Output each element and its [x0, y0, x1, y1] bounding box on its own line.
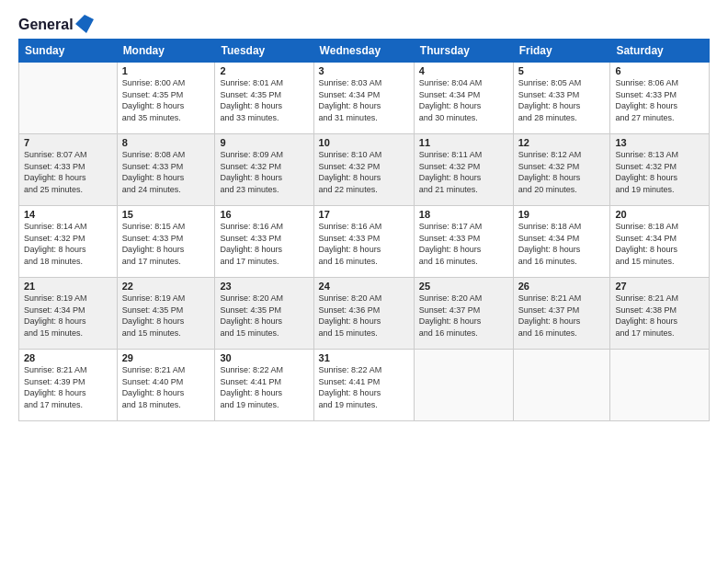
logo: General [18, 17, 94, 29]
day-number: 15 [122, 209, 210, 220]
calendar-day-cell: 4Sunrise: 8:04 AM Sunset: 4:34 PM Daylig… [414, 63, 513, 134]
day-number: 17 [319, 209, 409, 220]
day-info: Sunrise: 8:06 AM Sunset: 4:33 PM Dayligh… [615, 77, 704, 123]
day-number: 6 [615, 65, 704, 76]
day-info: Sunrise: 8:13 AM Sunset: 4:32 PM Dayligh… [615, 149, 704, 195]
header: General [18, 17, 710, 29]
calendar-day-cell: 7Sunrise: 8:07 AM Sunset: 4:33 PM Daylig… [19, 134, 118, 206]
calendar-day-cell: 16Sunrise: 8:16 AM Sunset: 4:33 PM Dayli… [215, 206, 313, 278]
day-info: Sunrise: 8:05 AM Sunset: 4:33 PM Dayligh… [518, 77, 606, 123]
day-info: Sunrise: 8:20 AM Sunset: 4:36 PM Dayligh… [319, 293, 409, 339]
calendar-week-row: 7Sunrise: 8:07 AM Sunset: 4:33 PM Daylig… [19, 134, 710, 206]
day-number: 20 [615, 209, 704, 220]
calendar-day-cell: 13Sunrise: 8:13 AM Sunset: 4:32 PM Dayli… [610, 134, 710, 206]
calendar-day-cell: 2Sunrise: 8:01 AM Sunset: 4:35 PM Daylig… [215, 63, 313, 134]
calendar-day-cell: 15Sunrise: 8:15 AM Sunset: 4:33 PM Dayli… [117, 206, 215, 278]
calendar-week-row: 28Sunrise: 8:21 AM Sunset: 4:39 PM Dayli… [19, 350, 710, 421]
calendar-day-cell [513, 350, 610, 421]
calendar-day-cell: 21Sunrise: 8:19 AM Sunset: 4:34 PM Dayli… [19, 278, 118, 350]
day-number: 3 [319, 65, 409, 76]
calendar-day-cell: 22Sunrise: 8:19 AM Sunset: 4:35 PM Dayli… [117, 278, 215, 350]
day-info: Sunrise: 8:22 AM Sunset: 4:41 PM Dayligh… [220, 364, 308, 410]
calendar-header-sunday: Sunday [19, 40, 118, 63]
day-info: Sunrise: 8:01 AM Sunset: 4:35 PM Dayligh… [220, 77, 308, 123]
day-info: Sunrise: 8:03 AM Sunset: 4:34 PM Dayligh… [319, 77, 409, 123]
day-number: 21 [24, 281, 112, 292]
calendar-day-cell: 29Sunrise: 8:21 AM Sunset: 4:40 PM Dayli… [117, 350, 215, 421]
day-number: 28 [24, 352, 112, 363]
day-info: Sunrise: 8:19 AM Sunset: 4:35 PM Dayligh… [122, 293, 210, 339]
calendar-day-cell: 28Sunrise: 8:21 AM Sunset: 4:39 PM Dayli… [19, 350, 118, 421]
calendar-day-cell [610, 350, 710, 421]
day-number: 2 [220, 65, 308, 76]
page: General SundayMondayTuesdayWednesdayThur… [0, 0, 728, 563]
calendar-header-wednesday: Wednesday [313, 40, 414, 63]
day-number: 25 [419, 281, 508, 292]
calendar-day-cell [414, 350, 513, 421]
day-number: 24 [319, 281, 409, 292]
day-number: 10 [319, 137, 409, 148]
day-number: 26 [518, 281, 606, 292]
calendar-day-cell: 31Sunrise: 8:22 AM Sunset: 4:41 PM Dayli… [313, 350, 414, 421]
calendar-day-cell: 23Sunrise: 8:20 AM Sunset: 4:35 PM Dayli… [215, 278, 313, 350]
day-info: Sunrise: 8:21 AM Sunset: 4:39 PM Dayligh… [24, 364, 112, 410]
day-info: Sunrise: 8:17 AM Sunset: 4:33 PM Dayligh… [419, 221, 508, 267]
calendar-header-friday: Friday [513, 40, 610, 63]
day-number: 23 [220, 281, 308, 292]
day-number: 1 [122, 65, 210, 76]
day-number: 22 [122, 281, 210, 292]
day-info: Sunrise: 8:04 AM Sunset: 4:34 PM Dayligh… [419, 77, 508, 123]
day-info: Sunrise: 8:21 AM Sunset: 4:37 PM Dayligh… [518, 293, 606, 339]
day-info: Sunrise: 8:21 AM Sunset: 4:38 PM Dayligh… [615, 293, 704, 339]
calendar-day-cell: 19Sunrise: 8:18 AM Sunset: 4:34 PM Dayli… [513, 206, 610, 278]
day-number: 13 [615, 137, 704, 148]
day-number: 5 [518, 65, 606, 76]
day-number: 12 [518, 137, 606, 148]
day-number: 31 [319, 352, 409, 363]
day-info: Sunrise: 8:18 AM Sunset: 4:34 PM Dayligh… [615, 221, 704, 267]
calendar-day-cell: 9Sunrise: 8:09 AM Sunset: 4:32 PM Daylig… [215, 134, 313, 206]
day-number: 27 [615, 281, 704, 292]
calendar-day-cell: 24Sunrise: 8:20 AM Sunset: 4:36 PM Dayli… [313, 278, 414, 350]
day-info: Sunrise: 8:10 AM Sunset: 4:32 PM Dayligh… [319, 149, 409, 195]
calendar-week-row: 1Sunrise: 8:00 AM Sunset: 4:35 PM Daylig… [19, 63, 710, 134]
day-number: 30 [220, 352, 308, 363]
day-info: Sunrise: 8:20 AM Sunset: 4:37 PM Dayligh… [419, 293, 508, 339]
day-number: 4 [419, 65, 508, 76]
day-number: 14 [24, 209, 112, 220]
day-number: 16 [220, 209, 308, 220]
day-number: 9 [220, 137, 308, 148]
calendar-day-cell: 6Sunrise: 8:06 AM Sunset: 4:33 PM Daylig… [610, 63, 710, 134]
svg-marker-0 [75, 15, 94, 33]
calendar-day-cell: 11Sunrise: 8:11 AM Sunset: 4:32 PM Dayli… [414, 134, 513, 206]
day-info: Sunrise: 8:07 AM Sunset: 4:33 PM Dayligh… [24, 149, 112, 195]
day-number: 8 [122, 137, 210, 148]
day-info: Sunrise: 8:16 AM Sunset: 4:33 PM Dayligh… [319, 221, 409, 267]
calendar-day-cell: 30Sunrise: 8:22 AM Sunset: 4:41 PM Dayli… [215, 350, 313, 421]
day-number: 18 [419, 209, 508, 220]
calendar-week-row: 21Sunrise: 8:19 AM Sunset: 4:34 PM Dayli… [19, 278, 710, 350]
calendar-day-cell: 18Sunrise: 8:17 AM Sunset: 4:33 PM Dayli… [414, 206, 513, 278]
day-info: Sunrise: 8:20 AM Sunset: 4:35 PM Dayligh… [220, 293, 308, 339]
logo-text-general: General [18, 17, 74, 33]
calendar-week-row: 14Sunrise: 8:14 AM Sunset: 4:32 PM Dayli… [19, 206, 710, 278]
calendar-header-saturday: Saturday [610, 40, 710, 63]
day-info: Sunrise: 8:16 AM Sunset: 4:33 PM Dayligh… [220, 221, 308, 267]
calendar-day-cell: 12Sunrise: 8:12 AM Sunset: 4:32 PM Dayli… [513, 134, 610, 206]
calendar-day-cell: 3Sunrise: 8:03 AM Sunset: 4:34 PM Daylig… [313, 63, 414, 134]
calendar-header-tuesday: Tuesday [215, 40, 313, 63]
day-info: Sunrise: 8:12 AM Sunset: 4:32 PM Dayligh… [518, 149, 606, 195]
calendar-day-cell: 26Sunrise: 8:21 AM Sunset: 4:37 PM Dayli… [513, 278, 610, 350]
calendar-day-cell: 5Sunrise: 8:05 AM Sunset: 4:33 PM Daylig… [513, 63, 610, 134]
calendar-day-cell: 10Sunrise: 8:10 AM Sunset: 4:32 PM Dayli… [313, 134, 414, 206]
day-info: Sunrise: 8:22 AM Sunset: 4:41 PM Dayligh… [319, 364, 409, 410]
day-info: Sunrise: 8:11 AM Sunset: 4:32 PM Dayligh… [419, 149, 508, 195]
calendar-day-cell: 14Sunrise: 8:14 AM Sunset: 4:32 PM Dayli… [19, 206, 118, 278]
day-number: 29 [122, 352, 210, 363]
day-info: Sunrise: 8:08 AM Sunset: 4:33 PM Dayligh… [122, 149, 210, 195]
calendar-day-cell: 8Sunrise: 8:08 AM Sunset: 4:33 PM Daylig… [117, 134, 215, 206]
calendar-header-thursday: Thursday [414, 40, 513, 63]
day-info: Sunrise: 8:14 AM Sunset: 4:32 PM Dayligh… [24, 221, 112, 267]
calendar-table: SundayMondayTuesdayWednesdayThursdayFrid… [18, 39, 710, 421]
calendar-header-row: SundayMondayTuesdayWednesdayThursdayFrid… [19, 40, 710, 63]
